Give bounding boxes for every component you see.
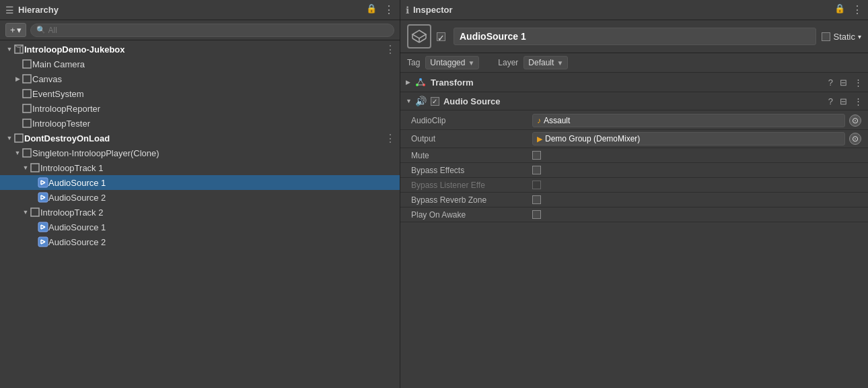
label-audio-source-1b: AudioSource 1	[48, 222, 106, 232]
hierarchy-lock-icon[interactable]: 🔒	[366, 3, 377, 16]
layer-dropdown[interactable]: Default ▼	[523, 56, 568, 69]
mute-checkbox[interactable]	[532, 151, 541, 160]
label-introloop-demo: IntroloopDemo-Jukebox	[24, 44, 125, 55]
layer-dropdown-arrow: ▼	[556, 59, 563, 67]
triangle-dont-destroy: ▼	[5, 135, 13, 141]
kebab-dont-destroy[interactable]: ⋮	[385, 132, 396, 145]
search-input[interactable]	[48, 26, 388, 35]
tree-item-singleton[interactable]: ▼ Singleton-IntroloopPlayer(Clone)	[0, 146, 400, 160]
svg-rect-21	[31, 208, 39, 216]
audio-source-sliders-icon[interactable]: ⊟	[840, 96, 847, 106]
tree-item-introloop-track-2[interactable]: ▼ IntroloopTrack 2	[0, 205, 400, 220]
svg-rect-26	[38, 237, 48, 247]
static-checkbox[interactable]	[822, 32, 830, 41]
bypass-effects-checkbox[interactable]	[532, 166, 541, 174]
tree-item-introloop-track-1[interactable]: ▼ IntroloopTrack 1	[0, 160, 400, 175]
search-icon: 🔍	[36, 26, 46, 34]
cube-icon-introloop-reporter	[22, 103, 32, 114]
inspector-kebab-icon[interactable]: ⋮	[852, 3, 863, 16]
cube-icon-singleton	[22, 148, 32, 158]
tree-item-introloop-reporter[interactable]: IntroloopReporter	[0, 101, 400, 116]
cube-icon-audio-source-1	[38, 177, 48, 188]
tree-item-introloop-demo[interactable]: ▼ IntroloopDemo-Jukebox ⋮	[0, 42, 400, 57]
transform-help-icon[interactable]: ?	[828, 77, 833, 88]
bypass-listener-checkbox[interactable]	[532, 181, 541, 189]
output-field[interactable]: ▶ Demo Group (DemoMixer)	[532, 132, 845, 146]
audio-source-icons: ? ⊟ ⋮	[828, 96, 863, 106]
tree-item-audio-source-1b[interactable]: AudioSource 1	[0, 220, 400, 234]
cube-icon-dont-destroy	[13, 133, 24, 143]
label-audio-source-1: AudioSource 1	[48, 178, 106, 188]
svg-rect-11	[23, 149, 31, 157]
audioclip-field[interactable]: ♪ Assault	[532, 114, 845, 127]
label-introloop-tester: IntroloopTester	[32, 119, 90, 129]
transform-title: Transform	[431, 77, 474, 88]
prop-label-output: Output	[411, 134, 532, 143]
tree-item-canvas[interactable]: ▶ Canvas	[0, 71, 400, 86]
tree-item-audio-source-2b[interactable]: AudioSource 2	[0, 234, 400, 249]
triangle-introloop-track-1: ▼	[22, 164, 30, 171]
audio-source-enabled-checkbox[interactable]: ✓	[431, 97, 439, 106]
prop-value-output: ▶ Demo Group (DemoMixer) ⊙	[532, 132, 861, 146]
kebab-introloop-demo[interactable]: ⋮	[385, 43, 396, 56]
tree-item-main-camera[interactable]: Main Camera	[0, 57, 400, 71]
go-name-field[interactable]: AudioSource 1	[454, 28, 816, 45]
output-select-btn[interactable]: ⊙	[849, 133, 861, 145]
inspector-tab-label: Inspector	[413, 5, 453, 15]
prop-label-play-on-awake: Play On Awake	[411, 210, 532, 220]
tree-item-audio-source-2a[interactable]: AudioSource 2	[0, 190, 400, 205]
transform-component-header[interactable]: ▶ Transform ? ⊟ ⋮	[400, 73, 868, 92]
play-on-awake-checkbox[interactable]	[532, 210, 541, 219]
svg-rect-13	[38, 178, 48, 187]
inspector-info-icon: ℹ	[406, 5, 409, 15]
label-audio-source-2b: AudioSource 2	[48, 237, 106, 247]
svg-rect-6	[23, 75, 31, 83]
audio-source-title: Audio Source	[443, 96, 501, 106]
svg-marker-30	[412, 30, 426, 38]
label-singleton: Singleton-IntroloopPlayer(Clone)	[32, 148, 159, 158]
inspector-lock-icon[interactable]: 🔒	[834, 3, 845, 16]
music-note-icon: ♪	[537, 116, 541, 125]
audio-source-component-header[interactable]: ▼ 🔊 ✓ Audio Source ? ⊟ ⋮	[400, 92, 868, 110]
go-active-checkbox[interactable]: ✓	[437, 32, 445, 41]
label-introloop-track-1: IntroloopTrack 1	[40, 163, 103, 173]
transform-kebab-icon[interactable]: ⋮	[854, 77, 863, 88]
inspector-scroll[interactable]: ▶ Transform ? ⊟ ⋮ ▼ 🔊 ✓ Audio Source	[400, 73, 868, 388]
transform-sliders-icon[interactable]: ⊟	[840, 77, 847, 88]
audio-source-properties: AudioClip ♪ Assault ⊙ Output ▶ Demo Grou…	[400, 110, 868, 224]
inspector-tab-icons: 🔒 ⋮	[834, 3, 863, 16]
tag-label: Tag	[407, 58, 420, 67]
hierarchy-tab-label: Hierarchy	[18, 5, 59, 15]
prop-row-bypass-listener: Bypass Listener Effe	[400, 178, 868, 193]
output-value: Demo Group (DemoMixer)	[545, 134, 640, 143]
add-plus: +	[10, 25, 15, 35]
triangle-canvas: ▶	[13, 75, 22, 82]
prop-label-mute: Mute	[411, 151, 532, 160]
label-audio-source-2a: AudioSource 2	[48, 193, 106, 203]
prop-label-bypass-reverb: Bypass Reverb Zone	[411, 195, 532, 205]
hierarchy-kebab-icon[interactable]: ⋮	[384, 3, 394, 16]
audioclip-select-btn[interactable]: ⊙	[849, 115, 861, 127]
static-arrow[interactable]: ▾	[858, 33, 861, 40]
tag-dropdown[interactable]: Untagged ▼	[425, 56, 479, 69]
audio-source-kebab-icon[interactable]: ⋮	[854, 96, 863, 106]
tree-item-dont-destroy[interactable]: ▼ DontDestroyOnLoad ⋮	[0, 131, 400, 146]
prop-row-audioclip: AudioClip ♪ Assault ⊙	[400, 112, 868, 130]
bypass-reverb-checkbox[interactable]	[532, 195, 541, 204]
svg-line-39	[421, 79, 424, 85]
add-button[interactable]: + ▾	[5, 23, 26, 37]
svg-line-34	[412, 38, 419, 42]
inspector-tab: ℹ Inspector 🔒 ⋮	[400, 0, 868, 20]
tree-item-event-system[interactable]: EventSystem	[0, 86, 400, 101]
tree-item-introloop-tester[interactable]: IntroloopTester	[0, 116, 400, 131]
svg-rect-22	[38, 222, 48, 232]
label-main-camera: Main Camera	[32, 59, 85, 69]
static-label: Static	[833, 32, 855, 42]
tree-item-audio-source-1[interactable]: AudioSource 1	[0, 175, 400, 190]
transform-icons: ? ⊟ ⋮	[828, 77, 863, 88]
label-introloop-track-2: IntroloopTrack 2	[40, 207, 103, 218]
label-dont-destroy: DontDestroyOnLoad	[24, 133, 110, 143]
audio-source-help-icon[interactable]: ?	[828, 96, 833, 106]
label-canvas: Canvas	[32, 74, 62, 84]
label-introloop-reporter: IntroloopReporter	[32, 104, 100, 114]
